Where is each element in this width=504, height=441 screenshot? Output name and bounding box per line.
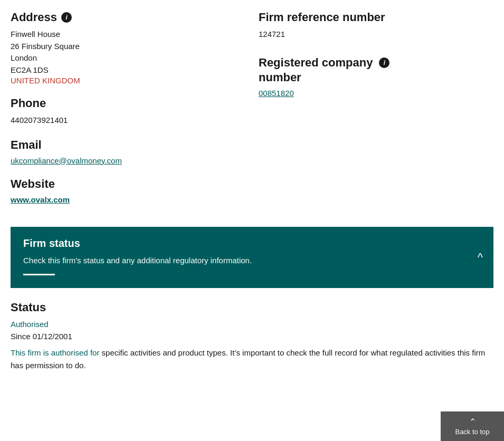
email-heading: Email <box>11 138 237 152</box>
reg-company-title-line2: number <box>259 70 373 85</box>
reg-company-title-row: Registered company number i <box>259 55 493 85</box>
registered-company-section: Registered company number i 00851820 <box>259 55 493 98</box>
status-note: This firm is authorised for specific act… <box>11 347 493 372</box>
address-title-text: Address <box>11 11 57 24</box>
status-title: Status <box>11 301 493 314</box>
firm-status-banner[interactable]: Firm status Check this firm's status and… <box>11 227 493 289</box>
page-wrapper: Address i Finwell House 26 Finsbury Squa… <box>0 0 504 425</box>
right-column: Firm reference number 124721 Registered … <box>253 11 493 216</box>
email-value[interactable]: ukcompliance@ovalmoney.com <box>11 156 122 165</box>
firm-reference-section: Firm reference number 124721 <box>259 11 493 41</box>
address-line-1: Finwell House <box>11 28 237 41</box>
reg-company-title: Registered company number <box>259 55 373 85</box>
status-section: Status Authorised Since 01/12/2001 This … <box>11 301 493 372</box>
phone-section: Phone 4402073921401 <box>11 97 237 127</box>
address-line-2: 26 Finsbury Square <box>11 41 237 53</box>
website-section: Website www.ovalx.com <box>11 177 237 205</box>
back-to-top-arrow-icon: ⌃ <box>469 417 476 427</box>
status-since: Since 01/12/2001 <box>11 331 493 343</box>
firm-reference-title-text: Firm reference number <box>259 11 385 24</box>
reg-company-info-icon[interactable]: i <box>379 57 389 68</box>
address-line-4: EC2A 1DS <box>11 64 237 76</box>
address-info-icon[interactable]: i <box>61 12 72 23</box>
firm-status-underline <box>23 274 55 275</box>
address-country: UNITED KINGDOM <box>11 76 237 85</box>
status-authorised-value: Authorised <box>11 319 493 331</box>
address-line-3: London <box>11 52 237 64</box>
firm-status-description: Check this firm's status and any additio… <box>23 255 481 267</box>
status-note-link[interactable]: This firm is authorised for <box>11 348 99 357</box>
reg-company-title-line1: Registered company <box>259 55 373 71</box>
website-title-text: Website <box>11 177 55 191</box>
back-to-top-button[interactable]: ⌃ Back to top <box>441 411 504 441</box>
website-heading: Website <box>11 177 237 191</box>
left-column: Address i Finwell House 26 Finsbury Squa… <box>11 11 253 216</box>
firm-reference-value: 124721 <box>259 28 493 41</box>
firm-reference-heading: Firm reference number <box>259 11 493 24</box>
address-section: Address i Finwell House 26 Finsbury Squa… <box>11 11 237 85</box>
phone-title-text: Phone <box>11 97 46 110</box>
address-heading: Address i <box>11 11 237 24</box>
chevron-up-icon[interactable]: ^ <box>478 252 483 263</box>
email-section: Email ukcompliance@ovalmoney.com <box>11 138 237 166</box>
website-value[interactable]: www.ovalx.com <box>11 195 70 204</box>
phone-heading: Phone <box>11 97 237 110</box>
phone-value: 4402073921401 <box>11 114 237 127</box>
back-to-top-label: Back to top <box>455 428 489 436</box>
main-content: Address i Finwell House 26 Finsbury Squa… <box>11 11 493 216</box>
email-title-text: Email <box>11 138 42 152</box>
firm-status-title: Firm status <box>23 237 481 250</box>
reg-company-value[interactable]: 00851820 <box>259 89 493 98</box>
